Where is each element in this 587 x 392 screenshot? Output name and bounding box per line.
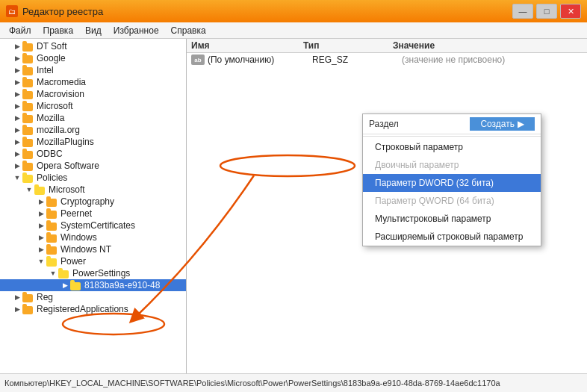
- reg-type-icon: ab: [191, 55, 205, 65]
- tree-item-reg[interactable]: ▶ Reg: [0, 291, 186, 303]
- tree-arrow-mozillaplugins: ▶: [12, 137, 22, 147]
- ctx-item-dword[interactable]: Параметр DWORD (32 бита): [363, 174, 541, 192]
- folder-icon-powersettings: [58, 268, 70, 279]
- tree-panel: ▶ DT Soft ▶ Google ▶ Intel ▶: [0, 39, 187, 373]
- tree-arrow-systemcerts: ▶: [36, 220, 46, 231]
- tree-arrow-macrovision: ▶: [12, 89, 22, 99]
- tree-content: ▶ DT Soft ▶ Google ▶ Intel ▶: [0, 39, 186, 373]
- folder-icon: [22, 53, 34, 63]
- tree-label-guid: 8183ba9a-e910-48: [84, 280, 160, 290]
- tree-label-intel: Intel: [37, 65, 54, 75]
- folder-icon: [22, 101, 34, 111]
- tree-label-odbc: ODBC: [37, 149, 63, 159]
- menu-bar: Файл Правка Вид Избранное Справка: [0, 22, 587, 39]
- tree-arrow-mozilla: ▶: [12, 113, 22, 123]
- tree-item-windowsnt[interactable]: ▶ Windows NT: [0, 243, 186, 255]
- folder-icon-policies: [22, 172, 34, 183]
- tree-item-peernet[interactable]: ▶ Peernet: [0, 208, 186, 220]
- menu-view[interactable]: Вид: [79, 24, 108, 37]
- tree-item-mozilla[interactable]: ▶ Mozilla: [0, 112, 186, 124]
- tree-label-regapps: RegisteredApplications: [37, 304, 128, 314]
- tree-item-powersettings[interactable]: ▼ PowerSettings: [0, 267, 186, 279]
- menu-favorites[interactable]: Избранное: [108, 24, 165, 37]
- ctx-create-button[interactable]: Создать ▶: [470, 117, 535, 131]
- tree-label-windows: Windows: [60, 232, 97, 243]
- tree-arrow-guid: ▶: [60, 280, 70, 290]
- minimize-button[interactable]: —: [512, 4, 533, 19]
- ctx-item-qword[interactable]: Параметр QWORD (64 бита): [363, 192, 541, 210]
- folder-icon: [22, 65, 34, 75]
- tree-label-reg: Reg: [37, 292, 53, 302]
- status-bar: Компьютер\HKEY_LOCAL_MACHINE\SOFTWARE\Po…: [0, 373, 587, 392]
- window-title: Редактор реестра: [22, 6, 103, 17]
- folder-icon: [22, 77, 34, 87]
- registry-row-default[interactable]: ab (По умолчанию) REG_SZ (значение не пр…: [187, 53, 587, 66]
- folder-icon-peernet: [46, 208, 58, 219]
- menu-file[interactable]: Файл: [3, 24, 37, 37]
- tree-label-mozillaorg: mozilla.org: [37, 125, 80, 135]
- ctx-item-string[interactable]: Строковый параметр: [363, 138, 541, 156]
- tree-item-policies[interactable]: ▼ Policies: [0, 172, 186, 184]
- tree-item-mozillaplugins[interactable]: ▶ MozillaPlugins: [0, 136, 186, 148]
- tree-item-opera[interactable]: ▶ Opera Software: [0, 160, 186, 172]
- title-bar-left: 🗂 Редактор реестра: [6, 5, 103, 17]
- tree-arrow-powersettings: ▼: [48, 268, 58, 279]
- tree-label-macrovision: Macrovision: [37, 89, 84, 99]
- context-menu: Раздел Создать ▶ Строковый параметр Двои…: [362, 113, 541, 246]
- ctx-item-expandable[interactable]: Расширяемый строковый параметр: [363, 228, 541, 246]
- menu-help[interactable]: Справка: [165, 24, 212, 37]
- tree-item-cryptography[interactable]: ▶ Cryptography: [0, 196, 186, 208]
- folder-icon: [22, 41, 34, 52]
- tree-label-dtsoft: DT Soft: [37, 41, 66, 52]
- tree-item-mozillaorg[interactable]: ▶ mozilla.org: [0, 124, 186, 136]
- ctx-section-label: Раздел: [369, 119, 399, 129]
- folder-icon-regapps: [22, 304, 34, 314]
- tree-arrow-power: ▼: [36, 256, 46, 267]
- col-header-name: Имя: [191, 40, 303, 51]
- tree-item-regapps[interactable]: ▶ RegisteredApplications: [0, 303, 186, 315]
- ctx-item-binary[interactable]: Двоичный параметр: [363, 156, 541, 174]
- folder-icon: [22, 149, 34, 159]
- tree-item-macrovision[interactable]: ▶ Macrovision: [0, 88, 186, 100]
- tree-item-guid[interactable]: ▶ 8183ba9a-e910-48: [0, 279, 186, 291]
- tree-arrow-regapps: ▶: [12, 304, 22, 314]
- folder-icon-windows: [46, 232, 58, 243]
- reg-entry-type: REG_SZ: [312, 55, 402, 65]
- tree-item-microsoft-policies[interactable]: ▼ Microsoft: [0, 184, 186, 196]
- tree-arrow-mozillaorg: ▶: [12, 125, 22, 135]
- ctx-item-multi[interactable]: Мультистроковый параметр: [363, 210, 541, 228]
- main-area: ▶ DT Soft ▶ Google ▶ Intel ▶: [0, 39, 587, 373]
- tree-arrow-odbc: ▶: [12, 149, 22, 159]
- tree-label-powersettings: PowerSettings: [72, 268, 130, 279]
- menu-edit[interactable]: Правка: [37, 24, 80, 37]
- tree-label-macromedia: Macromedia: [37, 77, 86, 87]
- tree-item-power[interactable]: ▼ Power: [0, 255, 186, 267]
- tree-label-opera: Opera Software: [37, 161, 99, 171]
- tree-item-macromedia[interactable]: ▶ Macromedia: [0, 76, 186, 88]
- reg-entry-value: (значение не присвоено): [402, 55, 505, 65]
- tree-item-google[interactable]: ▶ Google: [0, 52, 186, 64]
- folder-icon-reg: [22, 292, 34, 302]
- ctx-create-label: Создать: [480, 119, 515, 129]
- tree-item-dtsoft[interactable]: ▶ DT Soft: [0, 40, 186, 52]
- tree-arrow-google: ▶: [12, 53, 22, 63]
- tree-item-systemcerts[interactable]: ▶ SystemCertificates: [0, 220, 186, 231]
- reg-entry-name: (По умолчанию): [208, 55, 312, 65]
- maximize-button[interactable]: □: [536, 4, 557, 19]
- tree-label-google: Google: [37, 53, 66, 63]
- col-header-type: Тип: [303, 40, 393, 51]
- tree-arrow-policies: ▼: [12, 172, 22, 183]
- folder-icon-systemcerts: [46, 220, 58, 231]
- tree-arrow-macromedia: ▶: [12, 77, 22, 87]
- tree-item-microsoft-top[interactable]: ▶ Microsoft: [0, 100, 186, 112]
- folder-icon: [22, 137, 34, 147]
- window-controls[interactable]: — □ ✕: [512, 4, 581, 19]
- tree-item-intel[interactable]: ▶ Intel: [0, 64, 186, 76]
- tree-item-odbc[interactable]: ▶ ODBC: [0, 148, 186, 160]
- ctx-divider-1: [363, 136, 541, 137]
- tree-item-windows[interactable]: ▶ Windows: [0, 231, 186, 243]
- tree-label-systemcerts: SystemCertificates: [60, 220, 135, 231]
- app-icon: 🗂: [6, 5, 18, 17]
- right-panel: Имя Тип Значение ab (По умолчанию) REG_S…: [187, 39, 587, 373]
- close-button[interactable]: ✕: [560, 4, 581, 19]
